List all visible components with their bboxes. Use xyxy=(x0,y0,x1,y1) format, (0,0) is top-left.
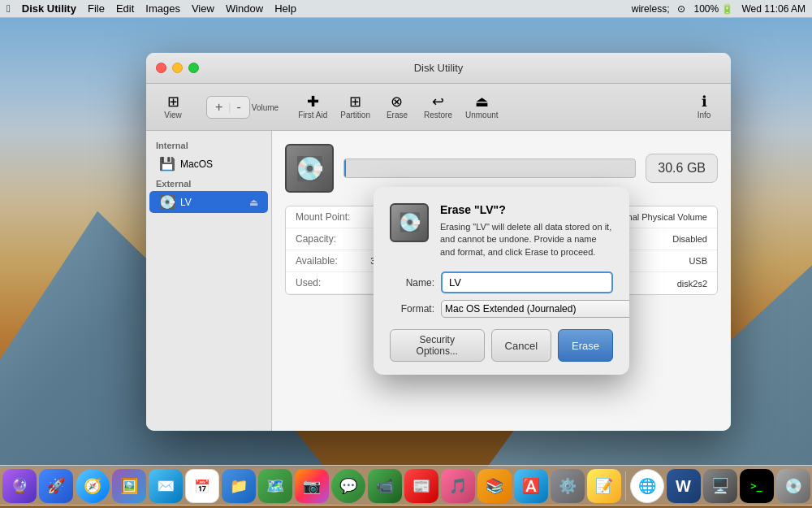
sidebar-item-macos[interactable]: 💾 MacOS xyxy=(149,153,268,175)
mail-icon: ✉️ xyxy=(157,477,175,495)
dock-music[interactable]: 🎵 xyxy=(441,469,475,503)
dock-word[interactable]: W xyxy=(667,469,701,503)
dock-maps[interactable]: 🗺️ xyxy=(258,469,292,503)
wifi-icon: ‪ wireless; xyxy=(628,3,669,15)
remove-volume-button[interactable]: - xyxy=(231,98,245,116)
dock-mail[interactable]: ✉️ xyxy=(149,469,183,503)
view-icon: ⊞ xyxy=(167,94,179,109)
toolbar: ⊞ View + | - Volume ✚ First Aid ⊞ Partit… xyxy=(146,84,731,131)
partition-button[interactable]: ⊞ Partition xyxy=(334,91,377,123)
internal-section-header: Internal xyxy=(146,137,271,152)
dock-diskutility[interactable]: 💿 xyxy=(776,469,810,503)
macos-label: MacOS xyxy=(180,158,213,170)
dock-terminal[interactable]: >_ xyxy=(740,469,774,503)
unmount-button[interactable]: ⏏ Unmount xyxy=(459,91,505,123)
format-field: Format: Mac OS Extended (Journaled) Mac … xyxy=(390,300,613,318)
images-menu[interactable]: Images xyxy=(145,2,180,15)
desktop:  Disk Utility File Edit Images View Win… xyxy=(0,0,812,508)
unmount-icon: ⏏ xyxy=(475,94,489,109)
messages-icon: 💬 xyxy=(339,477,357,495)
apple-menu[interactable]:  xyxy=(6,2,11,15)
restore-label: Restore xyxy=(424,111,452,119)
photos-placeholder-icon: 🖼️ xyxy=(120,477,138,495)
sidebar-item-lv[interactable]: 💽 LV ⏏ xyxy=(149,191,268,213)
info-button[interactable]: ℹ Info xyxy=(684,91,724,123)
name-field: Name: xyxy=(390,271,613,293)
erase-button[interactable]: Erase xyxy=(558,329,613,362)
eject-button[interactable]: ⏏ xyxy=(249,197,258,208)
format-label: Format: xyxy=(390,303,434,315)
erase-label: Erase xyxy=(387,111,408,119)
view-button[interactable]: ⊞ View xyxy=(153,91,193,123)
dock-notes[interactable]: 📝 xyxy=(587,469,621,503)
help-menu[interactable]: Help xyxy=(274,2,296,15)
erase-toolbar-button[interactable]: ⊗ Erase xyxy=(377,91,417,123)
safari-icon: 🧭 xyxy=(84,477,102,495)
traffic-lights xyxy=(156,63,199,73)
restore-button[interactable]: ↩ Restore xyxy=(417,91,459,123)
info-label: Info xyxy=(698,111,711,119)
maximize-button[interactable] xyxy=(188,63,199,73)
sysprefs-icon: ⚙️ xyxy=(559,477,577,495)
sidebar: Internal 💾 MacOS External 💽 LV ⏏ xyxy=(146,131,272,431)
terminal-icon: >_ xyxy=(750,480,762,492)
dock-photos[interactable]: 📷 xyxy=(295,469,329,503)
dock-appstore[interactable]: 🅰️ xyxy=(514,469,548,503)
dock-separator xyxy=(625,471,626,501)
format-select-wrapper: Mac OS Extended (Journaled) Mac OS Exten… xyxy=(441,300,629,318)
file-menu[interactable]: File xyxy=(88,2,105,15)
main-area: 💽 30.6 GB Mount Point: /Volumes/LV Type: xyxy=(272,131,731,431)
info-icon: ℹ xyxy=(702,94,707,109)
facetime-icon: 📹 xyxy=(376,477,394,495)
dock-news[interactable]: 📰 xyxy=(404,469,438,503)
minimize-button[interactable] xyxy=(172,63,183,73)
add-volume-button[interactable]: + xyxy=(210,98,227,116)
window-title: Disk Utility xyxy=(414,62,464,74)
chrome-icon: 🌐 xyxy=(638,477,656,495)
appstore-icon: 🅰️ xyxy=(522,477,540,495)
dock-launchpad[interactable]: 🚀 xyxy=(39,469,73,503)
dock-books[interactable]: 📚 xyxy=(477,469,512,503)
dock-finder-window[interactable]: 🖥️ xyxy=(703,469,737,503)
unmount-label: Unmount xyxy=(465,111,499,119)
dialog-overlay: 💽 Erase "LV"? Erasing "LV" will delete a… xyxy=(272,131,731,431)
security-options-button[interactable]: Security Options... xyxy=(390,329,485,362)
dialog-title: Erase "LV"? xyxy=(440,203,613,216)
app-name-menu[interactable]: Disk Utility xyxy=(22,2,76,15)
dock-sysprefs[interactable]: ⚙️ xyxy=(551,469,585,503)
dock-photos-placeholder[interactable]: 🖼️ xyxy=(112,469,146,503)
disk-utility-window: Disk Utility ⊞ View + | - Volume ✚ Firs xyxy=(146,53,731,431)
view-group: ⊞ View xyxy=(153,91,193,123)
wifi-status: ⊙ xyxy=(677,3,685,15)
window-content: Internal 💾 MacOS External 💽 LV ⏏ 💽 xyxy=(146,131,731,431)
dock-chrome[interactable]: 🌐 xyxy=(630,469,664,503)
dock: 🐟 🔮 🚀 🧭 🖼️ ✉️ 📅 xyxy=(0,459,812,508)
dock-messages[interactable]: 💬 xyxy=(331,469,365,503)
macos-disk-icon: 💾 xyxy=(159,156,175,172)
first-aid-button[interactable]: ✚ First Aid xyxy=(292,91,334,123)
window-menu[interactable]: Window xyxy=(226,2,263,15)
format-select[interactable]: Mac OS Extended (Journaled) Mac OS Exten… xyxy=(441,300,629,318)
dialog-disk-icon: 💽 xyxy=(390,203,429,242)
dock-siri[interactable]: 🔮 xyxy=(2,469,37,503)
dock-files[interactable]: 📁 xyxy=(222,469,256,503)
dock-facetime[interactable]: 📹 xyxy=(368,469,402,503)
edit-menu[interactable]: Edit xyxy=(116,2,134,15)
news-icon: 📰 xyxy=(412,477,430,495)
battery-status: 100% 🔋 xyxy=(693,3,733,15)
dialog-form: Name: Format: Mac OS Extended (Journaled… xyxy=(390,271,613,318)
launchpad-icon: 🚀 xyxy=(47,477,65,495)
volume-pair: + | - xyxy=(206,96,250,119)
close-button[interactable] xyxy=(156,63,166,73)
photos-icon: 📷 xyxy=(303,477,321,495)
volume-label: Volume xyxy=(252,103,279,112)
dock-safari[interactable]: 🧭 xyxy=(76,469,110,503)
view-menu[interactable]: View xyxy=(192,2,214,15)
dock-calendar[interactable]: 📅 xyxy=(185,469,219,503)
cancel-button[interactable]: Cancel xyxy=(491,329,551,362)
window-titlebar: Disk Utility xyxy=(146,53,731,84)
diskutility-dock-icon: 💿 xyxy=(784,477,802,495)
volume-group: + | - Volume xyxy=(206,96,279,119)
name-input[interactable] xyxy=(441,271,613,293)
dialog-disk-emoji: 💽 xyxy=(399,212,421,233)
